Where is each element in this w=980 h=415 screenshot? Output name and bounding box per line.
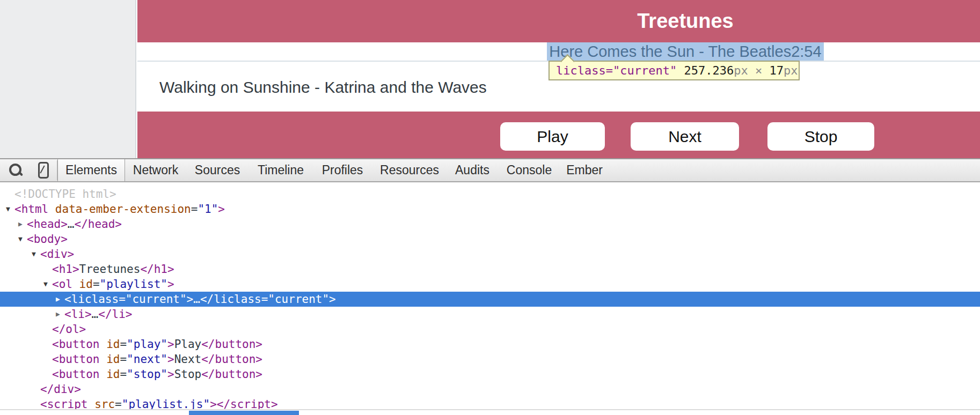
code-segment: <button <box>52 368 106 381</box>
disclosure-closed-icon[interactable]: ▶ <box>53 307 63 322</box>
tree-row-code: <h1>Treetunes</h1> <box>0 262 174 277</box>
device-shine-icon <box>40 165 45 173</box>
code-segment: "1" <box>198 203 218 216</box>
tree-row-code: <button id="play">Play</button> <box>0 337 262 352</box>
page-footer: Play Next Stop <box>137 112 980 158</box>
tree-row-code: </div> <box>0 382 81 397</box>
bottom-blue-bar <box>189 411 299 415</box>
tree-row[interactable]: ▶<head>…</head> <box>0 217 980 232</box>
tree-row[interactable]: </ol> <box>0 322 980 337</box>
code-segment: <liclass="current"> <box>64 293 193 306</box>
code-segment: > <box>218 203 225 216</box>
code-segment: <!DOCTYPE html> <box>14 188 116 201</box>
code-segment: </button> <box>201 353 262 366</box>
tab-audits[interactable]: Audits <box>455 159 489 181</box>
tab-network[interactable]: Network <box>133 159 178 181</box>
tree-row-selected[interactable]: ▶<liclass="current">…</liclass="current"… <box>0 292 980 307</box>
code-segment: <button <box>52 353 106 366</box>
tree-row[interactable]: ▶<li>…</li> <box>0 307 980 322</box>
code-segment: px <box>784 64 798 77</box>
song-title-current: Here Comes the Sun - The Beatles <box>549 43 791 60</box>
code-segment: … <box>193 293 200 306</box>
code-segment <box>677 64 684 77</box>
page-header: Treetunes <box>137 0 980 42</box>
code-segment: Stop <box>174 368 202 381</box>
code-segment: "play" <box>127 338 167 351</box>
device-inspect-icon[interactable] <box>38 162 49 179</box>
disclosure-open-icon[interactable]: ▼ <box>28 247 39 262</box>
code-segment: > <box>167 338 174 351</box>
code-segment: 257.236 <box>684 64 734 77</box>
code-segment: id <box>106 353 120 366</box>
disclosure-closed-icon[interactable]: ▶ <box>15 217 26 232</box>
code-segment: id <box>79 278 93 291</box>
disclosure-open-icon[interactable]: ▼ <box>40 277 51 292</box>
tree-row[interactable]: <button id="stop">Stop</button> <box>0 367 980 382</box>
tab-ember[interactable]: Ember <box>566 159 603 181</box>
code-segment: </button> <box>201 338 262 351</box>
tab-elements[interactable]: Elements <box>57 159 125 181</box>
tree-row[interactable]: <!DOCTYPE html> <box>0 187 980 202</box>
tree-row[interactable]: <h1>Treetunes</h1> <box>0 262 980 277</box>
disclosure-open-icon[interactable]: ▼ <box>3 202 13 217</box>
disclosure-open-icon[interactable]: ▼ <box>15 232 26 247</box>
code-segment: </button> <box>201 368 262 381</box>
code-segment: … <box>68 218 75 231</box>
search-handle-icon <box>18 171 23 176</box>
tree-row[interactable]: <button id="play">Play</button> <box>0 337 980 352</box>
code-segment: > <box>167 353 174 366</box>
tooltip-text: liclass="current" 257.236px × 17px <box>550 62 799 79</box>
code-segment: px <box>734 64 748 77</box>
tree-row[interactable]: </div> <box>0 382 980 397</box>
tab-console[interactable]: Console <box>507 159 552 181</box>
play-button[interactable]: Play <box>500 122 605 151</box>
code-segment: id <box>106 338 120 351</box>
tree-row[interactable]: <button id="next">Next</button> <box>0 352 980 367</box>
code-segment: > <box>167 368 174 381</box>
code-segment: <h1> <box>52 263 79 276</box>
tree-row-code: <ol id="playlist"> <box>0 277 174 292</box>
tree-row-code: <liclass="current">…</liclass="current"> <box>0 292 336 307</box>
tree-row[interactable]: ▼<div> <box>0 247 980 262</box>
code-segment: liclass="current" <box>556 64 677 77</box>
tab-sources[interactable]: Sources <box>195 159 240 181</box>
browser-page: Treetunes Here Comes the Sun - The Beatl… <box>137 0 980 158</box>
song-duration-current: 2:54 <box>791 43 821 60</box>
dom-tree: <!DOCTYPE html>▼<html data-ember-extensi… <box>0 182 980 415</box>
code-segment: Play <box>174 338 202 351</box>
code-segment: <html <box>14 203 55 216</box>
playlist-item[interactable]: Walking on Sunshine - Katrina and the Wa… <box>159 76 487 99</box>
code-segment: "stop" <box>127 368 167 381</box>
code-segment: data-ember-extension <box>55 203 191 216</box>
code-segment: Treetunes <box>79 263 141 276</box>
tree-row[interactable]: ▼<body> <box>0 232 980 247</box>
tab-resources[interactable]: Resources <box>380 159 439 181</box>
code-segment: <div> <box>40 248 74 261</box>
code-segment: <button <box>52 338 106 351</box>
devtools-toolbar: ElementsNetworkSourcesTimelineProfilesRe… <box>0 159 980 182</box>
code-segment: <li> <box>64 308 92 321</box>
tab-timeline[interactable]: Timeline <box>258 159 304 181</box>
code-segment: > <box>167 278 174 291</box>
code-segment: </h1> <box>140 263 174 276</box>
tree-row-code: </ol> <box>0 322 86 337</box>
code-segment: <ol <box>52 278 79 291</box>
code-segment: id <box>106 368 120 381</box>
tree-row-code: <body> <box>0 232 68 247</box>
code-segment: <head> <box>27 218 68 231</box>
tree-row-code: <li>…</li> <box>0 307 132 322</box>
tab-profiles[interactable]: Profiles <box>322 159 363 181</box>
devtools-panel: ElementsNetworkSourcesTimelineProfilesRe… <box>0 158 980 415</box>
playlist-item-current[interactable]: Here Comes the Sun - The Beatles2:54 <box>547 42 824 61</box>
tree-row[interactable]: ▼<ol id="playlist"> <box>0 277 980 292</box>
code-segment: … <box>92 308 99 321</box>
tree-row-code: <!DOCTYPE html> <box>0 187 116 202</box>
code-segment: "next" <box>127 353 167 366</box>
code-segment: = <box>120 338 127 351</box>
tree-row-code: <button id="next">Next</button> <box>0 352 262 367</box>
disclosure-closed-icon[interactable]: ▶ <box>53 292 63 307</box>
search-icon[interactable] <box>9 164 23 177</box>
tree-row[interactable]: ▼<html data-ember-extension="1"> <box>0 202 980 217</box>
next-button[interactable]: Next <box>631 122 739 151</box>
stop-button[interactable]: Stop <box>767 122 874 151</box>
